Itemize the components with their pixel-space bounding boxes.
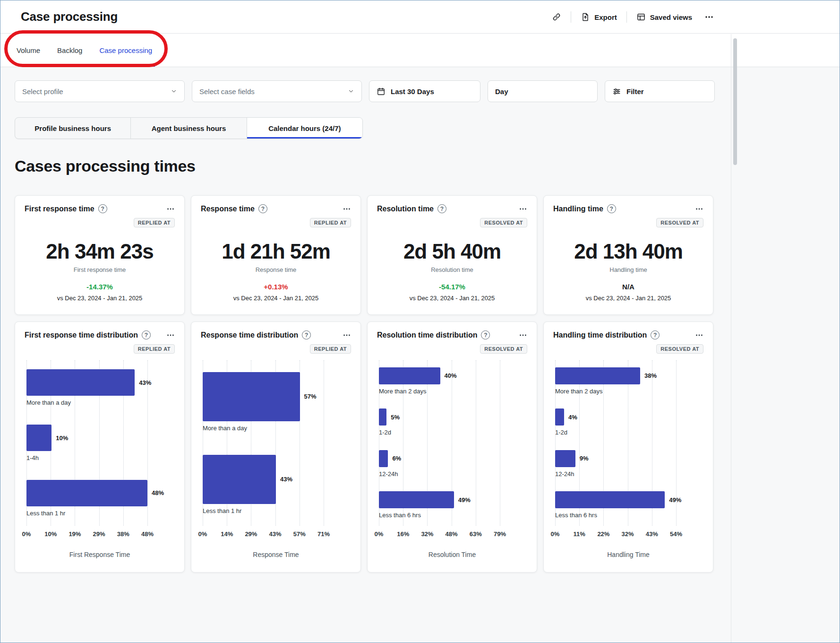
profile-select[interactable]: Select profile — [15, 80, 185, 102]
bar-value-label: 9% — [580, 455, 589, 462]
bar-group: 10%1-4h — [26, 416, 176, 471]
card-overflow-menu-icon[interactable] — [519, 205, 527, 213]
bar-chart: 40%More than 2 days5%1-2d6%12-24h49%Less… — [379, 360, 500, 526]
question-circle-icon[interactable]: ? — [98, 204, 107, 213]
scrollbar-track — [731, 34, 731, 643]
bar-value-label: 5% — [391, 414, 400, 421]
bar-value-label: 49% — [458, 496, 471, 504]
question-circle-icon[interactable]: ? — [651, 330, 660, 339]
tab-bar: Volume Backlog Case processing — [0, 34, 840, 67]
metric-badge: REPLIED AT — [134, 218, 175, 227]
segment-agent-business-hours[interactable]: Agent business hours — [131, 118, 247, 139]
card-overflow-menu-icon[interactable] — [343, 331, 351, 339]
kpi-value: 1d 21h 52m — [201, 240, 351, 263]
chart-grid: First response time distribution?REPLIED… — [15, 322, 840, 573]
bar-group: 40%More than 2 days — [379, 360, 528, 402]
filter-label: Filter — [626, 87, 644, 96]
filter-button[interactable]: Filter — [605, 80, 715, 102]
segment-profile-business-hours[interactable]: Profile business hours — [15, 118, 131, 139]
card-overflow-menu-icon[interactable] — [166, 205, 175, 213]
bar[interactable] — [379, 450, 388, 467]
question-circle-icon[interactable]: ? — [302, 330, 311, 339]
card-title: Handling time distribution — [553, 331, 647, 339]
section-title: Cases processing times — [15, 157, 840, 175]
kpi-value: 2d 5h 40m — [377, 240, 527, 263]
card-overflow-menu-icon[interactable] — [519, 331, 527, 339]
header-separator — [626, 11, 627, 23]
chevron-down-icon — [171, 88, 177, 95]
bar[interactable] — [379, 367, 440, 384]
bar-category-label: 12-24h — [555, 470, 704, 478]
kpi-value: 2d 13h 40m — [553, 240, 703, 263]
saved-views-button[interactable]: Saved views — [636, 12, 692, 22]
x-tick-label: 11% — [574, 530, 585, 538]
card-overflow-menu-icon[interactable] — [695, 205, 703, 213]
question-circle-icon[interactable]: ? — [437, 204, 446, 213]
bar[interactable] — [203, 372, 300, 421]
question-circle-icon[interactable]: ? — [607, 204, 616, 213]
chart-card: First response time distribution?REPLIED… — [15, 322, 185, 573]
scrollbar-thumb[interactable] — [733, 38, 737, 165]
metric-badge: REPLIED AT — [134, 344, 175, 354]
header-overflow-menu-icon[interactable] — [704, 12, 714, 22]
date-range-picker[interactable]: Last 30 Days — [369, 80, 480, 102]
bar[interactable] — [26, 480, 147, 506]
kpi-label: Response time — [201, 266, 351, 273]
bar-value-label: 43% — [280, 476, 292, 483]
x-tick-label: 16% — [397, 530, 409, 538]
card-overflow-menu-icon[interactable] — [166, 331, 175, 339]
bar[interactable] — [555, 367, 640, 384]
app-window: Case processing Export Saved views Volum… — [0, 0, 840, 643]
bar-group: 43%More than a day — [26, 360, 176, 416]
business-hours-toggle: Profile business hours Agent business ho… — [15, 117, 363, 139]
bar[interactable] — [203, 455, 276, 504]
chevron-down-icon — [348, 88, 354, 95]
interval-select[interactable]: Day — [488, 80, 598, 102]
saved-views-label: Saved views — [650, 13, 692, 21]
tab-backlog[interactable]: Backlog — [57, 34, 82, 67]
x-tick-label: 0% — [551, 530, 560, 538]
bar-group: 49%Less than 6 hrs — [555, 485, 704, 526]
bar-chart: 57%More than a day43%Less than 1 hr — [203, 360, 324, 526]
bar-value-label: 49% — [669, 496, 681, 504]
bar[interactable] — [555, 408, 564, 426]
card-overflow-menu-icon[interactable] — [343, 205, 351, 213]
bar[interactable] — [26, 425, 51, 451]
x-tick-label: 79% — [494, 530, 506, 538]
card-overflow-menu-icon[interactable] — [695, 331, 703, 339]
card-title: Response time — [201, 205, 255, 213]
kpi-delta: -54.17% — [377, 283, 527, 291]
metric-badge: REPLIED AT — [310, 344, 351, 354]
kpi-card: Resolution time?RESOLVED AT2d 5h 40mReso… — [367, 195, 537, 315]
tab-volume[interactable]: Volume — [17, 34, 40, 67]
bar[interactable] — [555, 491, 665, 508]
copy-link-button[interactable] — [552, 12, 561, 22]
question-circle-icon[interactable]: ? — [258, 204, 267, 213]
segment-calendar-hours[interactable]: Calendar hours (24/7) — [247, 118, 362, 139]
bar-value-label: 48% — [152, 489, 164, 496]
bar-value-label: 57% — [304, 393, 317, 400]
filter-sliders-icon — [612, 87, 621, 96]
x-tick-label: 43% — [646, 530, 658, 538]
x-tick-label: 57% — [293, 530, 306, 538]
bar-group: 6%12-24h — [379, 443, 528, 485]
tab-case-processing[interactable]: Case processing — [99, 34, 152, 67]
bar-group: 38%More than 2 days — [555, 360, 704, 402]
chart-card: Handling time distribution?RESOLVED AT38… — [543, 322, 713, 573]
bar[interactable] — [379, 408, 386, 426]
bar[interactable] — [379, 491, 454, 508]
x-tick-label: 32% — [622, 530, 634, 538]
question-circle-icon[interactable]: ? — [481, 330, 490, 339]
bar-value-label: 38% — [644, 372, 657, 379]
chart-card: Resolution time distribution?RESOLVED AT… — [367, 322, 537, 573]
bar[interactable] — [555, 450, 575, 467]
card-title: First response time distribution — [25, 331, 138, 339]
x-axis-ticks: 0%14%29%43%57%71% — [203, 530, 324, 539]
bar-group: 49%Less than 6 hrs — [379, 485, 528, 526]
bar[interactable] — [26, 369, 135, 396]
export-button[interactable]: Export — [581, 12, 617, 22]
header-separator — [571, 11, 571, 23]
question-circle-icon[interactable]: ? — [142, 330, 151, 339]
bar-group: 43%Less than 1 hr — [203, 443, 352, 526]
case-fields-select[interactable]: Select case fields — [192, 80, 362, 102]
